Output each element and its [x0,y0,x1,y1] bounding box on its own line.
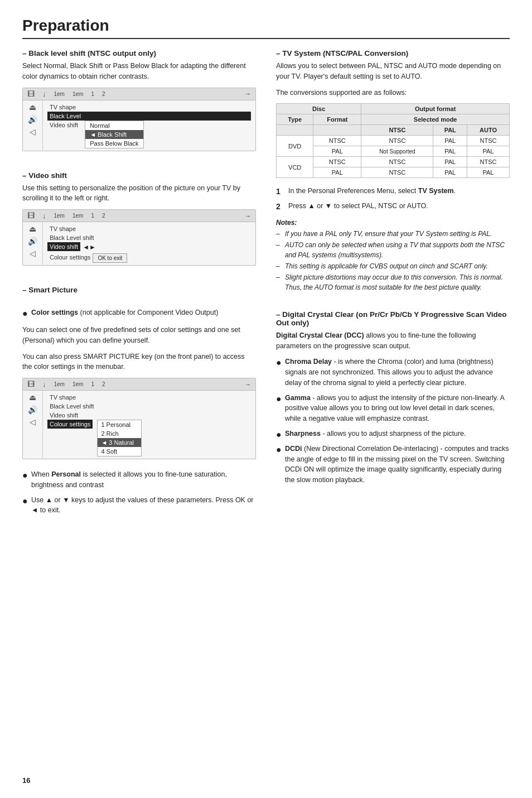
section-video-shift: – Video shift Use this setting to person… [22,171,256,276]
dp-black-shift[interactable]: ◄ Black Shift [85,130,143,139]
dcdi-bold: DCDi [285,445,302,453]
skip-back-icon: ◁ [30,127,36,136]
table-cell-dvd-ntsc-pal: PAL [433,136,467,146]
note-3: – This setting is applicable for CVBS ou… [276,261,510,272]
bullet-chroma-delay: ● Chroma Delay - is where the Chroma (co… [276,357,510,388]
dvd-icon-3: 🎞 [27,380,35,388]
table-cell-vcd-pal-auto: PAL [467,167,509,178]
color-settings-bullet: ● Color settings (not applicable for Com… [22,307,256,318]
table-type-header: Type [277,114,313,125]
color-settings-header: ● Color settings (not applicable for Com… [22,307,256,318]
table-output-header: Output format [361,104,510,114]
dcc-heading: – Digital Crystal Clear (on Pr/Cr Pb/Cb … [276,310,510,327]
step-2-num: 2 [276,201,285,212]
topbar-right-arrow: → [245,90,251,97]
cp-personal[interactable]: 1 Personal [98,420,141,429]
notes-label: Notes: [276,218,510,228]
panel-left-2: ⏏ 🔊 ◁ [23,222,43,265]
colour-popup: 1 Personal 2 Rich ◄ 3 Natural 4 Soft [97,420,142,456]
menu-black-level[interactable]: Black Level [47,112,251,121]
table-selected-mode-header: Selected mode [361,114,510,125]
gamma-bold: Gamma [285,394,311,402]
lr-arrow-icon: ◄► [83,243,96,251]
page-title: Preparation [22,17,510,39]
video-shift-panel: 🎞 ↓ 1em 1em 1 2 → ⏏ 🔊 ◁ TV shape [22,209,256,266]
chroma-text: Chroma Delay - is where the Chroma (colo… [285,357,510,388]
step-1: 1 In the Personal Preferences Menu, sele… [276,186,510,197]
page-number: 16 [22,776,30,785]
arrow-down-icon: ↓ [42,90,46,98]
section-smart-picture: – Smart Picture [22,286,256,297]
topbar-right-arrow-3: → [245,381,251,388]
table-cell-vcd-ntsc-pal: PAL [433,157,467,167]
table-cell-dvd-pal-ntsc: Not Supported [361,146,433,157]
eject-icon-2: ⏏ [29,224,36,233]
bullet-personal: ● When Personal is selected it allows yo… [22,469,256,491]
color-settings-note: (not applicable for Component Video Outp… [80,309,219,316]
dcdi-text: DCDi (New Directional Correlation De-int… [285,444,510,485]
topbar-label2-1em-a: 1em [54,213,65,219]
menu-black-level-shift-3[interactable]: Black Level shift [47,402,251,411]
panel-content-1: TV shape Black Level Video shift Normal … [43,100,255,151]
panel-content-3: TV shape Black Level shift Video shift C… [43,391,255,459]
table-cell-dvd-ntsc: NTSC [313,136,361,146]
table-cell-vcd-pal-ntsc: NTSC [361,167,433,178]
color-settings-panel: 🎞 ↓ 1em 1em 1 2 → ⏏ 🔊 ◁ TV shape [22,378,256,459]
menu-colour-settings-3[interactable]: Colour settings [47,420,93,429]
colour-settings-panel-row: Colour settings 1 Personal 2 Rich ◄ 3 Na… [47,420,251,456]
table-cell-vcd-pal: PAL [313,167,361,178]
video-shift-row: Video shift ◄► [47,242,251,251]
colour-settings-row-2: Colour settings OK to exit [47,251,251,263]
arrow-down-icon-2: ↓ [42,211,46,220]
video-shift-body: Use this setting to personalize the posi… [22,183,256,204]
bullet-dot-gamma: ● [276,395,282,403]
bullet-keys: ● Use ▲ or ▼ keys to adjust the values o… [22,495,256,516]
menu-tv-shape-2[interactable]: TV shape [47,224,251,233]
note-2: – AUTO can only be selected when using a… [276,240,510,261]
speaker-icon: 🔊 [28,115,37,124]
menu-video-shift-3[interactable]: Video shift [47,411,251,420]
bullet-dot-keys: ● [22,497,28,506]
menu-colour-settings-2[interactable]: Colour settings [47,253,93,262]
color-settings-body1: You can select one of five predefined se… [22,325,256,346]
ok-exit-btn[interactable]: OK to exit [93,253,127,263]
dcc-intro: Digital Crystal Clear (DCC) allows you t… [276,330,510,352]
tv-system-steps: 1 In the Personal Preferences Menu, sele… [276,186,510,212]
bullet-sharpness: ● Sharpness - allows you to adjust sharp… [276,429,510,439]
bullet-dot-chroma: ● [276,358,282,367]
table-row-dvd-ntsc: DVD NTSC NTSC PAL NTSC [277,136,510,146]
black-level-body: Select Normal, Black Shift or Pass Below… [22,61,256,82]
note-text-1: If you have a PAL only TV, ensure that y… [285,229,492,239]
menu-tv-shape[interactable]: TV shape [47,103,251,112]
menu-black-level-shift[interactable]: Black Level shift [47,233,251,242]
speaker-icon-2: 🔊 [28,237,37,246]
dp-pass-below[interactable]: Pass Below Black [85,139,143,148]
table-cell-vcd: VCD [277,157,313,178]
table-cell-vcd-ntsc-auto: NTSC [467,157,509,167]
note-dash-3: – [276,261,283,272]
color-settings-bold: Color settings [31,309,78,316]
cp-natural[interactable]: ◄ 3 Natural [98,438,141,447]
section-black-level-shift: – Black level shift (NTSC output only) S… [22,49,256,161]
menu-video-shift-2[interactable]: Video shift [47,242,80,251]
bullet-dot-dcdi: ● [276,445,282,454]
note-text-2: AUTO can only be selected when using a T… [285,240,510,260]
black-level-heading: – Black level shift (NTSC output only) [22,49,256,57]
black-level-panel: 🎞 ↓ 1em 1em 1 2 → ⏏ 🔊 ◁ TV shape [22,88,256,151]
bullet-personal-text: When Personal is selected it allows you … [31,469,256,491]
menu-tv-shape-3[interactable]: TV shape [47,393,251,402]
bullet-gamma: ● Gamma - allows you to adjust the inten… [276,393,510,424]
dp-normal[interactable]: Normal [85,121,143,130]
table-cell-dvd-ntsc-auto: NTSC [467,136,509,146]
table-auto-header: AUTO [467,125,509,136]
step-1-num: 1 [276,186,285,197]
panel-topbar-2: 🎞 ↓ 1em 1em 1 2 → [23,210,255,222]
panel-topbar-3: 🎞 ↓ 1em 1em 1 2 → [23,378,255,391]
color-settings-body2: You can also press SMART PICTURE key (on… [22,352,256,373]
topbar-label2-1em-b: 1em [72,213,83,219]
note-text-4: Slight picture distortions may occur due… [285,272,510,292]
table-cell-dvd-ntsc-ntsc: NTSC [361,136,433,146]
cp-soft[interactable]: 4 Soft [98,447,141,456]
cp-rich[interactable]: 2 Rich [98,429,141,438]
menu-video-shift-1[interactable]: Video shift [47,121,80,129]
